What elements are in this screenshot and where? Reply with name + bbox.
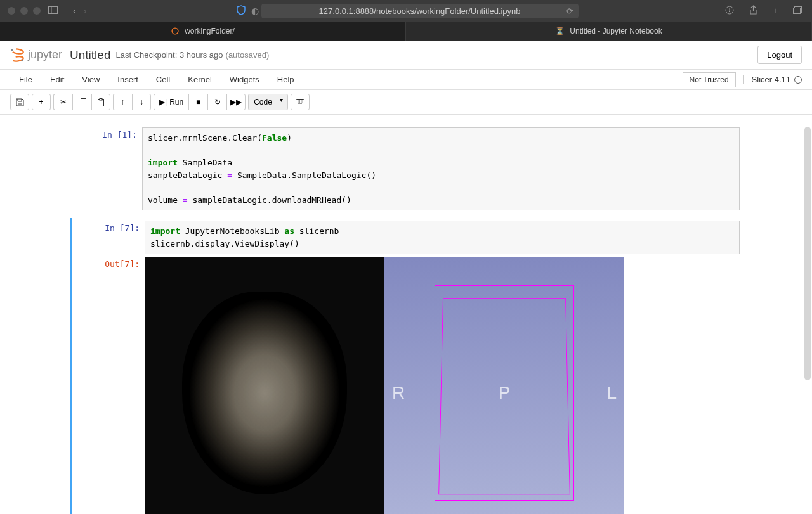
toolbar: + ✂ ↑ ↓ ▶| Run ■ ↻ ▶▶ Code	[0, 90, 812, 115]
jupyter-header: jupyter Untitled Last Checkpoint: 3 hour…	[0, 41, 812, 70]
svg-point-5	[172, 28, 178, 34]
svg-point-9	[22, 59, 23, 61]
browser-tabs: workingFolder/ ⏳ Untitled - Jupyter Note…	[0, 22, 812, 41]
svg-rect-4	[794, 8, 801, 14]
input-prompt: In [1]:	[72, 127, 142, 210]
restart-button[interactable]: ↻	[207, 94, 226, 110]
checkpoint-text: Last Checkpoint: 3 hours ago	[115, 50, 223, 60]
save-icon	[16, 98, 24, 106]
svg-point-8	[11, 49, 13, 51]
forward-button[interactable]: ›	[81, 3, 89, 18]
arrow-down-icon: ↓	[140, 98, 143, 106]
code-cell-selected[interactable]: In [7]: import JupyterNotebooksLib as sl…	[70, 218, 742, 257]
axis-label-p: P	[499, 383, 511, 403]
input-prompt: In [7]:	[75, 221, 145, 254]
tab-label: workingFolder/	[185, 27, 235, 35]
kernel-status-icon	[794, 76, 802, 84]
kernel-label: Slicer 4.11	[752, 75, 790, 84]
new-tab-icon[interactable]: +	[770, 3, 780, 18]
save-button[interactable]	[10, 94, 29, 110]
paste-button[interactable]	[91, 94, 110, 110]
notebook-content: In [1]: slicer.mrmlScene.Clear(False) im…	[70, 115, 742, 514]
svg-rect-11	[81, 98, 86, 105]
browser-chrome: ‹ › ◐ 127.0.0.1:8888/notebooks/workingFo…	[0, 0, 812, 22]
maximize-window-button[interactable]	[33, 7, 41, 15]
slicer-view-output: B: MRHead R P L	[145, 257, 624, 514]
trust-badge[interactable]: Not Trusted	[683, 72, 736, 87]
window-controls	[8, 7, 41, 15]
menu-kernel[interactable]: Kernel	[179, 71, 221, 88]
jupyter-logo-icon	[10, 48, 24, 63]
scrollbar[interactable]	[804, 127, 811, 380]
notebook-title[interactable]: Untitled	[70, 48, 110, 62]
autosave-text: (autosaved)	[226, 50, 270, 60]
code-cell[interactable]: In [1]: slicer.mrmlScene.Clear(False) im…	[70, 125, 742, 213]
output-prompt: Out[7]:	[75, 257, 145, 514]
jupyter-logo[interactable]: jupyter	[10, 48, 62, 63]
step-forward-icon: ▶|	[159, 98, 167, 106]
reload-icon[interactable]: ⟳	[566, 6, 573, 16]
command-palette-button[interactable]	[291, 94, 310, 110]
menu-insert[interactable]: Insert	[108, 71, 147, 88]
svg-rect-13	[100, 98, 102, 100]
fast-forward-icon: ▶▶	[230, 98, 242, 106]
run-label: Run	[169, 98, 183, 106]
browser-tab-folder[interactable]: workingFolder/	[0, 22, 406, 41]
tab-label: Untitled - Jupyter Notebook	[570, 27, 662, 35]
restart-icon: ↻	[214, 98, 221, 106]
menu-bar: File Edit View Insert Cell Kernel Widget…	[0, 70, 812, 90]
menu-view[interactable]: View	[73, 71, 108, 88]
url-text: 127.0.0.1:8888/notebooks/workingFolder/U…	[319, 6, 521, 16]
add-cell-button[interactable]: +	[32, 94, 51, 110]
close-window-button[interactable]	[8, 7, 15, 15]
menu-edit[interactable]: Edit	[41, 71, 73, 88]
keyboard-icon	[296, 99, 304, 105]
menu-file[interactable]: File	[10, 71, 41, 88]
svg-point-6	[11, 48, 23, 54]
cell-output: B: MRHead R P L	[145, 257, 740, 514]
downloads-icon[interactable]	[723, 3, 737, 19]
volume-3d-view: R P L	[384, 257, 624, 514]
plus-icon: +	[39, 98, 43, 106]
browser-tab-notebook[interactable]: ⏳ Untitled - Jupyter Notebook	[406, 22, 812, 41]
svg-rect-0	[49, 7, 58, 14]
jupyter-tab-icon	[171, 27, 180, 35]
interrupt-button[interactable]: ■	[188, 94, 207, 110]
sidebar-toggle-icon[interactable]	[46, 3, 60, 18]
tabs-overview-icon[interactable]	[790, 3, 804, 18]
move-down-button[interactable]: ↓	[132, 94, 151, 110]
cell-output-row: Out[7]: B: MRHead R P L	[70, 257, 742, 514]
cell-type-select[interactable]: Code	[248, 94, 288, 110]
share-icon[interactable]	[747, 3, 760, 19]
back-button[interactable]: ‹	[70, 3, 79, 18]
logout-button[interactable]: Logout	[757, 46, 802, 64]
jupyter-app: jupyter Untitled Last Checkpoint: 3 hour…	[0, 41, 812, 514]
hourglass-icon: ⏳	[555, 27, 565, 35]
stop-icon: ■	[196, 98, 200, 106]
kernel-name[interactable]: Slicer 4.11	[743, 75, 802, 84]
jupyter-wordmark: jupyter	[28, 48, 62, 61]
copy-button[interactable]	[72, 94, 91, 110]
run-button[interactable]: ▶| Run	[154, 94, 188, 110]
restart-run-all-button[interactable]: ▶▶	[226, 94, 246, 110]
slice-view: B: MRHead	[145, 257, 384, 514]
scissors-icon: ✂	[60, 98, 67, 106]
brain-slice-image	[182, 292, 347, 494]
axis-label-l: L	[606, 383, 617, 403]
menu-widgets[interactable]: Widgets	[221, 71, 268, 88]
shield-icon[interactable]	[233, 3, 249, 20]
axis-label-r: R	[392, 383, 405, 403]
paste-icon	[97, 98, 105, 106]
reader-mode-icon[interactable]: ◐	[249, 3, 261, 18]
arrow-up-icon: ↑	[121, 98, 125, 106]
url-bar[interactable]: 127.0.0.1:8888/notebooks/workingFolder/U…	[261, 4, 579, 18]
copy-icon	[79, 98, 86, 106]
move-up-button[interactable]: ↑	[113, 94, 132, 110]
minimize-window-button[interactable]	[20, 7, 28, 15]
cell-editor[interactable]: slicer.mrmlScene.Clear(False) import Sam…	[142, 127, 740, 210]
cell-editor[interactable]: import JupyterNotebooksLib as slicernb s…	[145, 221, 740, 254]
menu-help[interactable]: Help	[268, 71, 303, 88]
menu-cell[interactable]: Cell	[147, 71, 179, 88]
cut-button[interactable]: ✂	[53, 94, 72, 110]
